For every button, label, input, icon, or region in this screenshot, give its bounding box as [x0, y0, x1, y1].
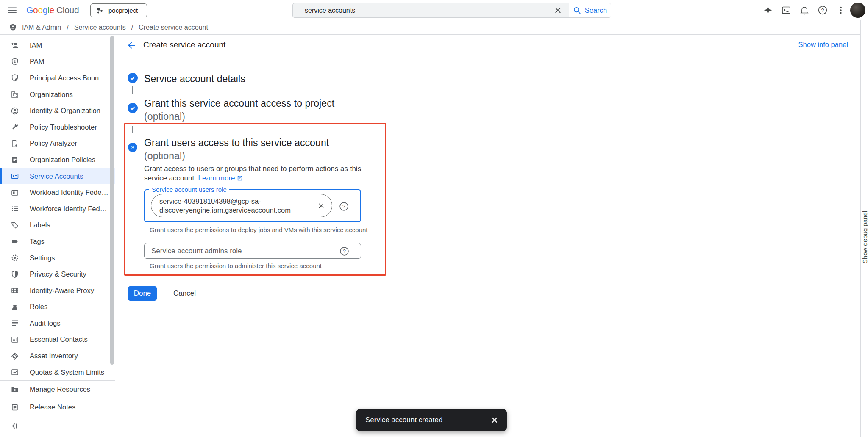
service-account-chip[interactable]: service-403918104398@gcp-sa- discoveryen… [151, 194, 332, 217]
sidebar-item-identity-organization[interactable]: Identity & Organization [0, 102, 115, 119]
done-button[interactable]: Done [128, 286, 157, 301]
step2-complete-icon [128, 103, 138, 113]
sidebar-item-workforce-identity-fed[interactable]: Workforce Identity Fed… [0, 201, 115, 217]
project-selector-button[interactable]: pocproject [90, 3, 147, 17]
sidebar-item-label: Policy Troubleshooter [30, 123, 97, 131]
breadcrumb-item[interactable]: IAM & Admin [22, 24, 61, 31]
iam-admin-shield-icon [9, 23, 17, 31]
sidebar-item-manage-resources[interactable]: Manage Resources [0, 381, 115, 398]
help-icon[interactable]: ? [818, 5, 828, 15]
breadcrumb: IAM & Admin/Service accounts/Create serv… [22, 24, 208, 31]
step-connector [132, 126, 133, 133]
document-lines-icon [11, 155, 19, 164]
google-wordmark: Google [26, 5, 54, 15]
sidebar-item-release-notes[interactable]: Release Notes [0, 398, 115, 416]
breadcrumb-separator: / [67, 24, 68, 31]
chip-remove-icon[interactable] [317, 202, 325, 210]
sidebar-item-label: Asset Inventory [30, 352, 78, 360]
breadcrumb-separator: / [131, 24, 133, 31]
step3-number-badge: 3 [128, 143, 137, 152]
organization-building-icon [11, 90, 19, 99]
admins-role-input[interactable] [145, 247, 361, 255]
users-role-help-icon[interactable]: ? [339, 202, 349, 211]
sidebar-item-essential-contacts[interactable]: Essential Contacts [0, 332, 115, 348]
sidebar-item-privacy-security[interactable]: Privacy & Security [0, 266, 115, 282]
quota-chart-icon [11, 368, 19, 376]
hamburger-menu-icon[interactable] [7, 5, 18, 16]
breadcrumb-item[interactable]: Create service account [139, 24, 208, 31]
sidebar-item-label: Quotas & System Limits [30, 368, 104, 376]
shield-badge-icon [11, 74, 19, 82]
toast-message: Service account created [365, 416, 490, 424]
sidebar-item-tags[interactable]: Tags [0, 233, 115, 250]
external-link-icon [236, 174, 243, 181]
sidebar-item-policy-troubleshooter[interactable]: Policy Troubleshooter [0, 119, 115, 136]
show-debug-panel-link[interactable]: Show debug panel [861, 211, 868, 263]
sidebar-item-service-accounts[interactable]: Service Accounts [0, 168, 115, 185]
shield-half-icon [11, 270, 19, 279]
breadcrumb-item[interactable]: Service accounts [74, 24, 126, 31]
search-clear-icon[interactable] [547, 3, 569, 17]
gemini-sparkle-icon[interactable] [763, 5, 773, 15]
sidebar-item-label: PAM [30, 58, 45, 66]
audit-lines-icon [11, 319, 19, 327]
search-button[interactable]: Search [569, 3, 611, 17]
sidebar-item-label: Audit logs [30, 319, 60, 327]
id-card-icon [11, 188, 19, 197]
sidebar-item-pam[interactable]: PAM [0, 54, 115, 70]
sidebar-item-roles[interactable]: Roles [0, 299, 115, 315]
cloud-shell-icon[interactable] [781, 5, 791, 15]
sidebar-item-identity-aware-proxy[interactable]: Identity-Aware Proxy [0, 282, 115, 299]
more-options-icon[interactable] [836, 5, 846, 15]
sidebar-item-organization-policies[interactable]: Organization Policies [0, 152, 115, 168]
collapse-sidebar-button[interactable] [0, 416, 115, 436]
step3-optional-label: (optional) [144, 150, 185, 161]
sidebar-item-settings[interactable]: Settings [0, 250, 115, 266]
admins-role-help-icon[interactable]: ? [339, 246, 349, 256]
sidebar-item-label: Labels [30, 221, 50, 229]
sidebar-item-label: Essential Contacts [30, 335, 88, 343]
notifications-bell-icon[interactable] [799, 5, 810, 15]
sidebar-item-label: Principal Access Boun… [30, 74, 106, 82]
step3-title: Grant users access to this service accou… [144, 136, 329, 163]
content-header: Create service account Show info panel [115, 35, 860, 55]
sidebar-item-organizations[interactable]: Organizations [0, 86, 115, 103]
svg-text:?: ? [343, 249, 346, 254]
wrench-icon [11, 123, 19, 131]
list-icon [11, 205, 19, 213]
sidebar-item-labels[interactable]: Labels [0, 217, 115, 234]
svg-text:?: ? [821, 8, 824, 14]
proxy-grid-icon [11, 286, 19, 295]
sidebar-item-label: Service Accounts [30, 172, 83, 180]
document-gear-icon [11, 139, 19, 148]
page-title: Create service account [143, 40, 225, 50]
breadcrumb-bar: IAM & Admin/Service accounts/Create serv… [0, 20, 868, 35]
sidebar-item-workload-identity-fede[interactable]: Workload Identity Fede… [0, 184, 115, 201]
sidebar-item-asset-inventory[interactable]: Asset Inventory [0, 348, 115, 364]
service-account-icon [11, 172, 19, 180]
service-account-users-role-field[interactable]: Service account users role service-40391… [144, 189, 361, 222]
back-arrow-icon[interactable] [126, 40, 136, 50]
person-add-icon [11, 41, 19, 50]
show-info-panel-link[interactable]: Show info panel [798, 41, 848, 49]
sidebar-item-audit-logs[interactable]: Audit logs [0, 315, 115, 332]
search-input[interactable]: service accounts [293, 3, 547, 17]
toast-notification: Service account created [356, 409, 507, 431]
sidebar-scrollbar[interactable] [110, 36, 114, 365]
cancel-button[interactable]: Cancel [168, 286, 201, 301]
folder-gear-icon [11, 385, 19, 394]
google-cloud-logo[interactable]: Google Cloud [26, 0, 79, 20]
sidebar-item-label: Identity-Aware Proxy [30, 287, 94, 295]
step2-optional-label: (optional) [144, 111, 185, 122]
sidebar-item-principal-access-boun[interactable]: Principal Access Boun… [0, 70, 115, 86]
sidebar-item-quotas-system-limits[interactable]: Quotas & System Limits [0, 364, 115, 381]
avatar[interactable] [850, 3, 865, 18]
sidebar-item-policy-analyzer[interactable]: Policy Analyzer [0, 136, 115, 152]
chip-text: service-403918104398@gcp-sa- discoveryen… [159, 197, 317, 215]
release-notes-icon [11, 403, 19, 412]
sidebar-item-iam[interactable]: IAM [0, 37, 115, 54]
account-circle-icon [11, 107, 19, 115]
learn-more-link[interactable]: Learn more [198, 174, 235, 182]
toast-close-icon[interactable] [490, 416, 499, 424]
gear-icon [11, 254, 19, 262]
